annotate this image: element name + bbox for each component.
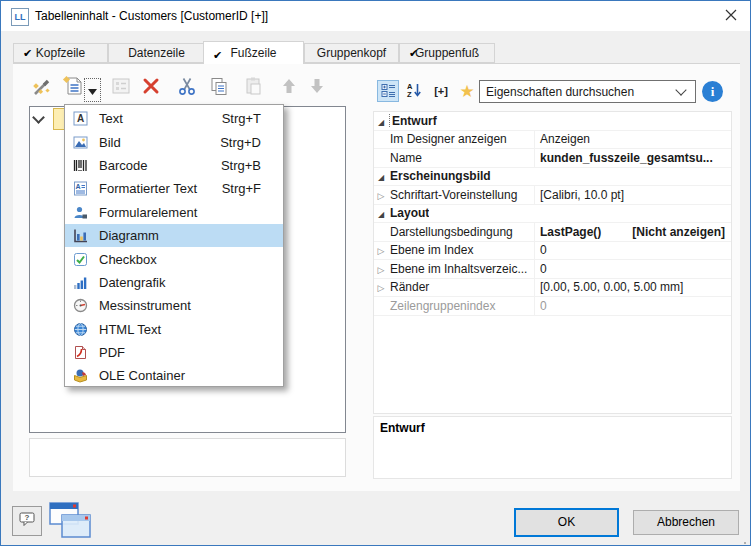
info-button[interactable]: i	[702, 81, 723, 102]
svg-text:A: A	[76, 113, 83, 124]
insert-element-menu: A Text Strg+T Bild Strg+D Barcode Strg+B…	[64, 104, 284, 387]
text-icon: A	[72, 111, 88, 127]
tab-label: Kopfzeile	[36, 46, 85, 60]
scissors-icon	[177, 76, 197, 100]
property-value[interactable]: 0	[534, 242, 731, 260]
dropdown-arrow-icon	[88, 81, 97, 99]
expand-all-icon: [+]	[434, 85, 448, 97]
properties-search-input[interactable]: Eigenschaften durchsuchen	[479, 80, 696, 103]
new-element-dropdown-button[interactable]	[84, 78, 101, 102]
new-element-button[interactable]	[60, 75, 86, 101]
property-value: 0	[534, 297, 731, 315]
menu-item-ole-container[interactable]: OLE Container	[65, 364, 283, 387]
title-bar: LL Tabelleninhalt - Customers [CustomerI…	[1, 1, 750, 31]
menu-item-text[interactable]: A Text Strg+T	[65, 107, 283, 130]
category-expanded-icon[interactable]: ◢	[378, 118, 384, 127]
resize-grip[interactable]	[737, 535, 747, 545]
ok-button[interactable]: OK	[514, 508, 619, 537]
property-value[interactable]: kunden_fusszeile_gesamtsu...	[534, 149, 731, 167]
wizard-button[interactable]	[29, 75, 55, 101]
property-row[interactable]: Name kunden_fusszeile_gesamtsu...	[374, 149, 731, 168]
expand-icon[interactable]: ▷	[378, 191, 385, 201]
help-bubble-icon: ?	[18, 511, 36, 531]
description-title: Entwurf	[380, 421, 731, 435]
property-row[interactable]: ▷ Ebene im Index 0	[374, 242, 731, 261]
help-button[interactable]: ?	[12, 506, 42, 536]
category-expanded-icon[interactable]: ◢	[378, 210, 384, 219]
tab-fusszeile[interactable]: ✔ Fußzeile	[203, 41, 304, 64]
tab-label: Gruppenfuß	[415, 46, 479, 60]
categorized-view-button[interactable]	[377, 80, 399, 102]
arrow-down-icon	[310, 78, 324, 98]
property-value[interactable]: [0.00, 5.00, 0.00, 5.00 mm]	[534, 279, 731, 297]
expand-icon[interactable]: ▷	[378, 246, 385, 256]
table-contents-dialog: LL Tabelleninhalt - Customers [CustomerI…	[0, 0, 751, 546]
property-value[interactable]: [Calibri, 10.0 pt]	[534, 186, 731, 204]
menu-item-datengrafik[interactable]: Datengrafik	[65, 271, 283, 294]
property-row[interactable]: Darstellungsbedingung LastPage() [Nicht …	[374, 223, 731, 242]
move-up-button[interactable]	[276, 75, 302, 101]
new-element-icon	[62, 75, 84, 101]
menu-item-checkbox[interactable]: Checkbox	[65, 247, 283, 270]
cancel-button[interactable]: Abbrechen	[633, 510, 739, 535]
category-expanded-icon[interactable]: ◢	[378, 173, 384, 182]
pdf-icon	[72, 345, 88, 361]
image-icon	[72, 134, 88, 150]
cut-button[interactable]	[174, 75, 200, 101]
menu-item-formatierter-text[interactable]: A Formatierter Text Strg+F	[65, 177, 283, 200]
menu-item-messinstrument[interactable]: Messinstrument	[65, 294, 283, 317]
sort-alphabetical-button[interactable]: A Z	[403, 80, 425, 102]
tab-label: Gruppenkopf	[317, 46, 386, 60]
menu-item-html-text[interactable]: HTML Text	[65, 318, 283, 341]
close-button[interactable]	[713, 1, 749, 31]
tab-check-icon: ✔	[213, 44, 222, 66]
search-dropdown-chevron-icon[interactable]	[675, 84, 686, 95]
category-row-entwurf[interactable]: ◢ Entwurf	[374, 112, 731, 131]
favorites-button[interactable]: ★	[456, 80, 478, 102]
dialog-windows-icon[interactable]	[48, 501, 94, 541]
wizard-wand-icon	[31, 75, 53, 101]
property-value[interactable]: LastPage() [Nicht anzeigen]	[534, 223, 731, 241]
paste-button[interactable]	[240, 75, 266, 101]
tab-gruppenfuss[interactable]: ✔ Gruppenfuß	[399, 43, 495, 63]
tab-gruppenkopf[interactable]: Gruppenkopf	[304, 43, 399, 63]
categorized-icon	[381, 83, 396, 100]
menu-item-diagramm[interactable]: Diagramm	[65, 224, 283, 247]
property-value[interactable]: 0	[534, 260, 731, 278]
property-value[interactable]: Anzeigen	[534, 131, 731, 149]
tab-datenzeile[interactable]: Datenzeile	[108, 43, 205, 63]
paste-icon	[243, 76, 263, 100]
sort-az-icon: A Z	[406, 82, 422, 100]
menu-item-pdf[interactable]: PDF	[65, 341, 283, 364]
delete-button[interactable]	[138, 75, 164, 101]
menu-item-bild[interactable]: Bild Strg+D	[65, 130, 283, 153]
close-icon	[725, 7, 737, 25]
menu-item-formularelement[interactable]: Formularelement	[65, 201, 283, 224]
category-row-layout[interactable]: ◢ Layout	[374, 205, 731, 224]
app-icon: LL	[11, 8, 29, 26]
tab-check-icon: ✔	[23, 44, 32, 63]
preview-box	[29, 438, 346, 477]
property-row[interactable]: Im Designer anzeigen Anzeigen	[374, 131, 731, 150]
tab-kopfzeile[interactable]: ✔ Kopfzeile	[13, 43, 108, 63]
html-text-icon	[72, 321, 88, 337]
expand-all-button[interactable]: [+]	[430, 80, 452, 102]
window-title: Tabelleninhalt - Customers [CustomerID […	[35, 1, 268, 31]
property-row[interactable]: ▷ Ebene im Inhaltsverzeic... 0	[374, 260, 731, 279]
move-down-button[interactable]	[304, 75, 330, 101]
expand-icon[interactable]: ▷	[378, 283, 385, 293]
category-row-erscheinungsbild[interactable]: ◢ Erscheinungsbild	[374, 168, 731, 187]
expand-icon[interactable]: ▷	[378, 265, 385, 275]
search-text: Eigenschaften durchsuchen	[486, 85, 677, 99]
property-grid: ◢ Entwurf Im Designer anzeigen Anzeigen …	[373, 111, 732, 414]
data-graphic-icon	[72, 274, 88, 290]
chart-icon	[72, 228, 88, 244]
copy-button[interactable]	[206, 75, 232, 101]
property-row[interactable]: ▷ Ränder [0.00, 5.00, 0.00, 5.00 mm]	[374, 279, 731, 298]
element-properties-button[interactable]	[108, 75, 134, 101]
menu-item-barcode[interactable]: Barcode Strg+B	[65, 154, 283, 177]
properties-list-icon	[111, 76, 131, 100]
property-row[interactable]: ▷ Schriftart-Voreinstellung [Calibri, 10…	[374, 186, 731, 205]
formatted-text-icon: A	[72, 181, 88, 197]
arrow-up-icon	[282, 78, 296, 98]
